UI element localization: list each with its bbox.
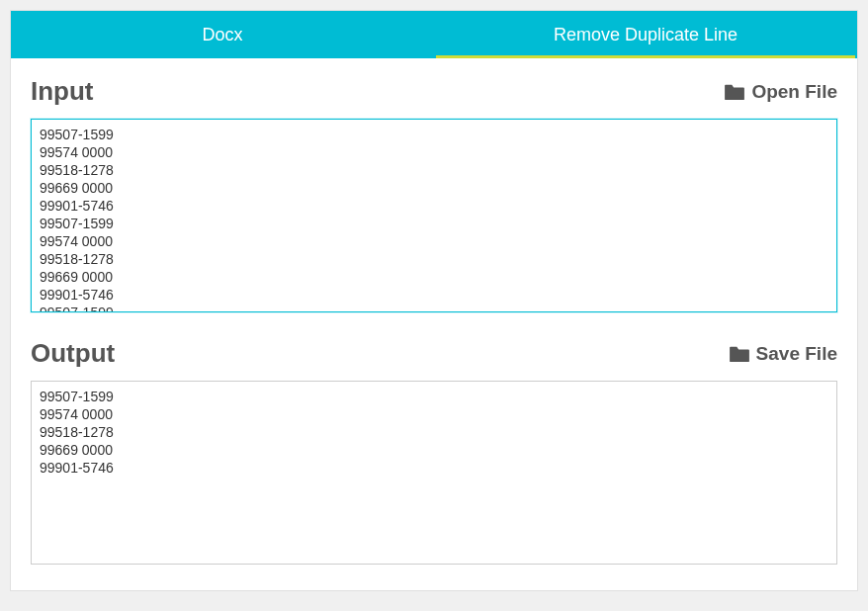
- output-title: Output: [31, 338, 115, 369]
- input-title: Input: [31, 76, 94, 107]
- tab-remove-duplicate-label: Remove Duplicate Line: [554, 25, 738, 45]
- input-section: Input Open File: [31, 76, 837, 316]
- app-window: Docx Remove Duplicate Line Input Open Fi…: [10, 10, 858, 591]
- input-textarea[interactable]: [31, 119, 837, 312]
- folder-icon: [729, 345, 750, 363]
- folder-icon: [724, 83, 745, 101]
- save-file-label: Save File: [756, 343, 837, 365]
- output-textarea[interactable]: [31, 381, 837, 565]
- output-header: Output Save File: [31, 338, 837, 369]
- open-file-button[interactable]: Open File: [724, 81, 837, 103]
- save-file-button[interactable]: Save File: [729, 343, 837, 365]
- tab-docx[interactable]: Docx: [11, 11, 434, 58]
- tab-bar: Docx Remove Duplicate Line: [11, 11, 857, 58]
- input-header: Input Open File: [31, 76, 837, 107]
- content-area: Input Open File Output: [11, 58, 857, 590]
- tab-docx-label: Docx: [202, 25, 242, 45]
- output-section: Output Save File: [31, 338, 837, 568]
- tab-remove-duplicate-line[interactable]: Remove Duplicate Line: [434, 11, 857, 58]
- open-file-label: Open File: [751, 81, 837, 103]
